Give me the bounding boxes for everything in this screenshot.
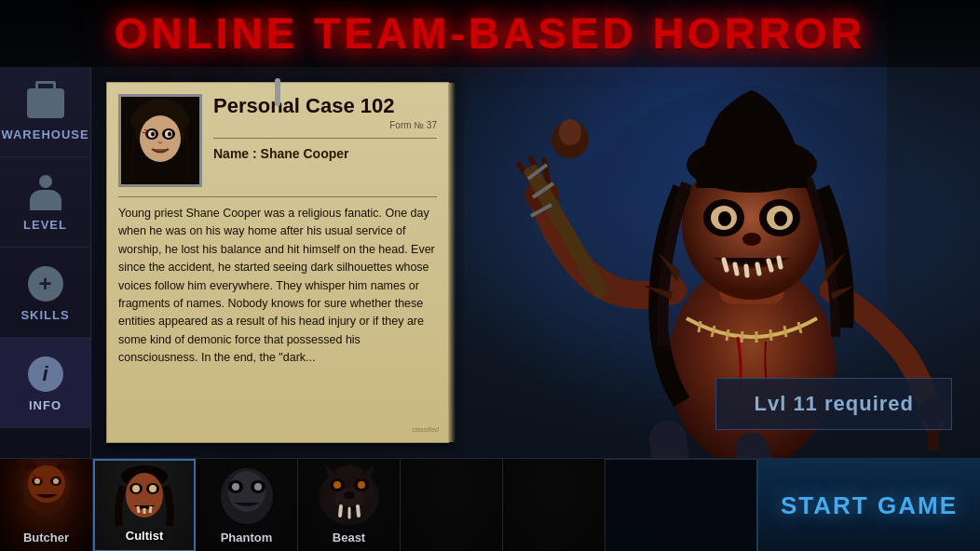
thumb-beast[interactable]: Beast [298, 459, 401, 551]
case-file: Personal Case 102 Form № 37 Name : Shane… [106, 82, 449, 443]
thumb-label-beast: Beast [333, 531, 365, 544]
sidebar-label-warehouse: Warehouse [1, 128, 88, 141]
butcher-face-svg [9, 461, 84, 526]
sidebar-item-level[interactable]: Level [0, 157, 90, 248]
cultist-face-svg [102, 463, 186, 530]
paperclip [275, 78, 280, 106]
sidebar-item-info[interactable]: i Info [0, 338, 90, 428]
divider [213, 138, 437, 139]
character-photo [118, 94, 202, 187]
svg-point-17 [559, 119, 581, 145]
svg-point-43 [149, 485, 157, 492]
sidebar-item-skills[interactable]: Skills [0, 248, 90, 338]
thumb-label-butcher: Butcher [23, 531, 69, 544]
character-thumbnails: Butcher Culti [0, 459, 756, 551]
main-title: ONLINE TEAM-BASED HORROR [115, 8, 865, 59]
phantom-face-svg [206, 464, 288, 529]
main-content: Personal Case 102 Form № 37 Name : Shane… [91, 67, 980, 458]
level-icon [25, 173, 66, 214]
svg-point-48 [232, 483, 239, 491]
character-card-container: Personal Case 102 Form № 37 Name : Shane… [91, 67, 464, 458]
skills-icon [25, 263, 66, 304]
thumb-phantom[interactable]: Phantom [196, 459, 298, 551]
bottom-bar: Butcher Culti [0, 458, 980, 551]
warehouse-icon [25, 83, 66, 124]
thumb-butcher[interactable]: Butcher [0, 459, 93, 551]
thumb-cultist[interactable]: Cultist [93, 459, 196, 551]
svg-point-56 [358, 481, 365, 489]
sidebar-item-warehouse[interactable]: Warehouse [0, 67, 90, 157]
form-label: Form № 37 [213, 120, 437, 130]
monster-area: Lvl 11 required [464, 67, 980, 458]
character-face-svg [121, 97, 199, 184]
thumb-empty-1 [401, 459, 503, 551]
thumb-label-cultist: Cultist [126, 529, 163, 543]
svg-point-55 [333, 481, 341, 489]
divider-2 [118, 196, 437, 197]
beast-face-svg [307, 462, 391, 529]
svg-point-2 [140, 115, 181, 162]
info-icon: i [25, 354, 66, 395]
case-description: Young priest Shane Cooper was a religiou… [118, 205, 437, 367]
level-required-banner: Lvl 11 required [715, 378, 952, 430]
title-bar: ONLINE TEAM-BASED HORROR [0, 0, 980, 67]
photo-face [121, 97, 199, 184]
svg-point-57 [344, 491, 355, 499]
sidebar: Warehouse Level Skills i Info [0, 67, 91, 486]
empty2-bg [503, 459, 605, 551]
svg-point-37 [53, 478, 59, 484]
case-title-area: Personal Case 102 Form № 37 Name : Shane… [213, 94, 437, 161]
case-number: Personal Case 102 [213, 94, 437, 118]
empty1-bg [401, 459, 502, 551]
start-game-button[interactable]: START GAME [756, 460, 980, 551]
level-required-text: Lvl 11 required [754, 392, 914, 415]
sidebar-label-skills: Skills [20, 308, 69, 322]
svg-point-42 [132, 485, 140, 492]
start-game-text: START GAME [781, 491, 958, 520]
svg-point-7 [151, 132, 155, 137]
svg-point-36 [34, 478, 40, 484]
svg-point-8 [168, 132, 171, 137]
svg-point-25 [718, 211, 731, 226]
sidebar-label-level: Level [23, 218, 67, 232]
case-header: Personal Case 102 Form № 37 Name : Shane… [118, 94, 437, 187]
sidebar-label-info: Info [29, 398, 61, 412]
thumb-label-phantom: Phantom [221, 531, 273, 544]
case-name: Name : Shane Cooper [213, 146, 437, 161]
svg-point-49 [254, 483, 262, 491]
thumb-empty-2 [503, 459, 606, 551]
svg-point-27 [742, 233, 761, 246]
svg-point-26 [774, 211, 787, 226]
